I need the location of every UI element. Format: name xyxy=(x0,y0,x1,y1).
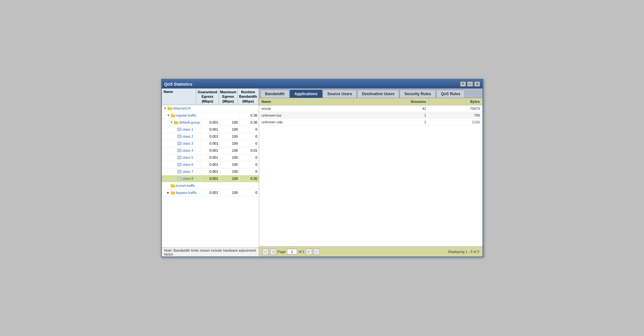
tree-row[interactable]: ▶ bypass-traffic 0.001 100 0 xyxy=(162,189,259,196)
cell-sessions: 1 xyxy=(354,112,429,119)
page-input[interactable] xyxy=(287,249,297,255)
cell-name: emule xyxy=(259,105,354,112)
title-bar: QoS Statistics ? — ✕ xyxy=(162,80,483,88)
cell-bytes: 1116 xyxy=(429,119,482,126)
cell-runtime xyxy=(239,108,258,109)
cell-runtime: 0.35 xyxy=(239,176,258,181)
node-icon xyxy=(177,177,182,180)
cell-maximum xyxy=(220,108,239,109)
node-icon xyxy=(177,127,182,131)
svg-rect-4 xyxy=(171,114,172,115)
col-header-sessions: Sessions xyxy=(354,98,429,105)
help-button[interactable]: ? xyxy=(460,81,466,87)
cell-runtime: 0 xyxy=(239,190,258,195)
cell-runtime: 0 xyxy=(239,162,258,167)
svg-rect-41 xyxy=(171,192,175,195)
tab-bandwidth[interactable]: Bandwidth xyxy=(260,90,289,98)
col-maximum: Maximum Egress (Mbps) xyxy=(219,88,238,105)
cell-maximum: 100 xyxy=(220,190,239,195)
cell-guaranteed xyxy=(200,108,220,109)
cell-runtime: 0 xyxy=(239,127,258,132)
cell-maximum: 100 xyxy=(220,176,239,181)
tab-destination-users[interactable]: Destination Users xyxy=(357,90,399,98)
table-row[interactable]: unknown-tcp 1 768 xyxy=(259,112,483,119)
qos-statistics-window: QoS Statistics ? — ✕ Name Guaranteed Egr… xyxy=(161,79,483,257)
node-label: ethernet1/4 xyxy=(173,106,191,110)
cell-guaranteed: 0.001 xyxy=(200,134,220,139)
tab-qos-rules[interactable]: QoS Rules xyxy=(436,90,465,98)
col-runtime: Runtime Bandwidth (Mbps) xyxy=(238,88,258,105)
cell-name: unknown-tcp xyxy=(259,112,354,119)
svg-rect-6 xyxy=(174,121,176,122)
node-label: class 3 xyxy=(183,141,193,145)
page-of: of 1 xyxy=(298,250,304,254)
cell-guaranteed xyxy=(200,185,220,186)
toggle-expand[interactable]: ▼ xyxy=(166,113,171,118)
folder-icon xyxy=(171,184,175,187)
toggle-expand[interactable]: ▶ xyxy=(166,190,171,195)
cell-bytes: 768 xyxy=(429,112,482,119)
cell-maximum xyxy=(220,115,239,116)
node-label: class 1 xyxy=(183,127,193,131)
prev-page-button[interactable]: ◀ xyxy=(270,248,276,255)
tree-row[interactable]: class 1 0.001 100 0 xyxy=(162,126,259,133)
node-label: default-group xyxy=(179,120,200,124)
svg-rect-42 xyxy=(171,191,172,192)
tree-row[interactable]: ▼ regular-traffic 0.36 xyxy=(162,112,259,119)
cell-guaranteed: 0.001 xyxy=(200,127,220,132)
main-content: Name Guaranteed Egress (Mbps) Maximum Eg… xyxy=(162,88,483,256)
toggle-expand[interactable]: ▼ xyxy=(163,106,168,111)
tree-row-selected[interactable]: class 8 0.001 100 0.35 xyxy=(162,175,259,182)
right-panel: Bandwidth Applications Source Users Dest… xyxy=(259,88,483,256)
folder-icon xyxy=(168,106,172,110)
next-page-button[interactable]: ▶ xyxy=(306,248,312,255)
cell-maximum: 100 xyxy=(220,127,239,132)
cell-maximum xyxy=(220,185,239,186)
tree-row[interactable]: ▼ ethernet1/4 xyxy=(162,105,259,112)
close-button[interactable]: ✕ xyxy=(474,81,480,87)
tab-applications[interactable]: Applications xyxy=(290,90,322,98)
tree-row[interactable]: class 7 0.001 100 0 xyxy=(162,168,259,175)
col-name: Name xyxy=(162,88,197,105)
table-row[interactable]: emule 42 75879 xyxy=(259,105,483,112)
node-label: tunnel-traffic xyxy=(176,184,195,187)
cell-maximum: 100 xyxy=(220,120,239,125)
tree-row[interactable]: class 2 0.001 100 0 xyxy=(162,133,259,140)
last-page-button[interactable]: ⏭ xyxy=(313,248,320,255)
tree-row[interactable]: class 5 0.001 100 0 xyxy=(162,154,259,161)
col-guaranteed: Guaranteed Egress (Mbps) xyxy=(196,88,219,105)
cell-sessions: 42 xyxy=(354,105,429,112)
cell-bytes: 75879 xyxy=(429,105,482,112)
cell-guaranteed: 0.001 xyxy=(200,176,220,181)
table-row[interactable]: unknown-udp 1 1116 xyxy=(259,119,483,126)
tab-security-rules[interactable]: Security Rules xyxy=(400,90,436,98)
tree-row[interactable]: class 4 0.001 100 0.01 xyxy=(162,147,259,154)
cell-guaranteed: 0.001 xyxy=(200,141,220,146)
tab-source-users[interactable]: Source Users xyxy=(323,90,357,98)
node-label: class 4 xyxy=(183,149,193,152)
svg-rect-39 xyxy=(171,185,175,187)
node-label: regular-traffic xyxy=(176,113,197,117)
cell-guaranteed: 0.001 xyxy=(200,155,220,160)
tree-row[interactable]: class 6 0.001 100 0 xyxy=(162,161,259,168)
minimize-button[interactable]: — xyxy=(467,81,473,87)
node-icon xyxy=(177,170,182,173)
cell-name: unknown-udp xyxy=(259,119,354,126)
first-page-button[interactable]: ⏮ xyxy=(262,248,269,255)
toggle-expand[interactable]: ▼ xyxy=(169,120,174,125)
tree-row[interactable]: tunnel-traffic xyxy=(162,182,259,189)
node-label: class 7 xyxy=(183,170,193,173)
tree-row[interactable]: class 3 0.001 100 0 xyxy=(162,140,259,147)
svg-rect-5 xyxy=(174,121,178,124)
cell-runtime: 0 xyxy=(239,134,258,139)
note-text: Note: Bandwidth limits shown include har… xyxy=(164,248,256,256)
cell-runtime: 0 xyxy=(239,155,258,160)
cell-maximum: 100 xyxy=(220,148,239,153)
node-label: class 8 xyxy=(183,177,193,180)
cell-guaranteed: 0.001 xyxy=(200,169,220,174)
tree-row[interactable]: ▼ default-group 0.001 100 0.36 xyxy=(162,119,259,126)
folder-icon xyxy=(171,113,175,117)
svg-rect-3 xyxy=(171,114,175,117)
right-content: Name Sessions Bytes emule 42 75879 xyxy=(259,98,483,256)
cell-runtime: 0 xyxy=(239,169,258,174)
